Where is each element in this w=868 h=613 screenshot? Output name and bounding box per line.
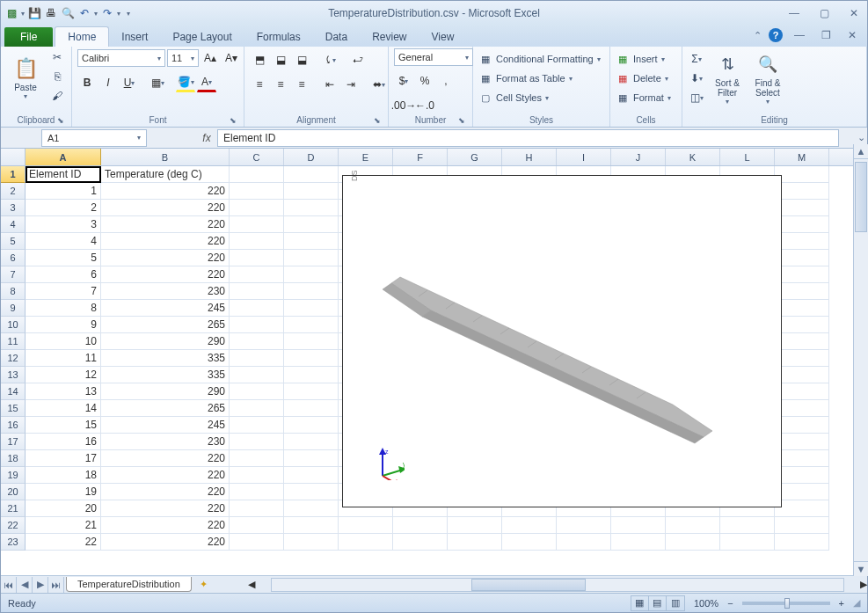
row-header[interactable]: 17 (1, 434, 26, 450)
doc-minimize-icon[interactable]: — (790, 28, 809, 42)
cell[interactable]: 245 (101, 417, 230, 434)
format-painter-icon[interactable]: 🖌 (48, 87, 66, 105)
cell[interactable]: 290 (101, 383, 230, 400)
row-header[interactable]: 10 (1, 317, 26, 333)
sheet-nav-first-icon[interactable]: ⏮ (1, 577, 17, 593)
align-middle-icon[interactable]: ⬓ (271, 50, 290, 69)
cell[interactable] (557, 517, 611, 534)
page-layout-tab[interactable]: Page Layout (160, 27, 244, 47)
cell[interactable] (230, 450, 284, 467)
cell[interactable]: 1 (26, 183, 101, 200)
cell[interactable] (611, 534, 666, 551)
insert-cells-button[interactable]: ▦Insert ▾ (616, 50, 665, 68)
page-break-view-icon[interactable]: ▥ (667, 596, 684, 610)
cell[interactable] (284, 350, 339, 367)
zoom-thumb[interactable] (784, 598, 790, 609)
column-header-h[interactable]: H (502, 149, 557, 165)
cell[interactable] (775, 434, 829, 450)
cell[interactable]: 220 (101, 200, 230, 216)
cell[interactable]: 6 (26, 266, 101, 283)
row-header[interactable]: 14 (1, 383, 26, 400)
cell[interactable]: Temperature (deg C) (101, 166, 230, 183)
border-button[interactable]: ▦▾ (148, 73, 167, 92)
cell[interactable] (284, 383, 339, 400)
formula-bar-expand-icon[interactable]: ⌄ (855, 132, 867, 143)
cell[interactable] (284, 484, 339, 500)
row-header[interactable]: 20 (1, 484, 26, 500)
cell[interactable] (230, 500, 284, 517)
excel-app-icon[interactable]: ▩ (4, 6, 18, 20)
cell[interactable] (284, 500, 339, 517)
row-header[interactable]: 21 (1, 500, 26, 517)
fill-icon[interactable]: ⬇▾ (688, 69, 705, 87)
cell[interactable] (230, 233, 284, 250)
clipboard-launcher-icon[interactable]: ⬊ (57, 116, 64, 125)
cell[interactable] (775, 266, 829, 283)
vscroll-thumb[interactable] (855, 162, 867, 232)
cell[interactable] (230, 484, 284, 500)
select-all-corner[interactable] (1, 149, 26, 165)
normal-view-icon[interactable]: ▦ (631, 596, 649, 610)
font-launcher-icon[interactable]: ⬊ (230, 116, 237, 125)
cell[interactable] (230, 166, 284, 183)
cell[interactable]: 220 (101, 517, 230, 534)
align-right-icon[interactable]: ≡ (292, 75, 311, 94)
clear-icon[interactable]: ◫▾ (688, 89, 705, 106)
row-header[interactable]: 15 (1, 400, 26, 417)
column-header-i[interactable]: I (557, 149, 611, 165)
format-cells-button[interactable]: ▦Format ▾ (616, 89, 671, 106)
cell[interactable] (284, 183, 339, 200)
align-left-icon[interactable]: ≡ (250, 75, 269, 94)
cell[interactable] (230, 400, 284, 417)
maximize-button[interactable]: ▢ (814, 6, 834, 20)
number-format-selector[interactable]: General▾ (394, 48, 473, 66)
cell[interactable] (339, 517, 393, 534)
row-header[interactable]: 9 (1, 300, 26, 317)
cell[interactable]: 5 (26, 250, 101, 266)
paste-button[interactable]: 📋 Paste ▾ (6, 48, 45, 106)
cell[interactable] (230, 434, 284, 450)
cell[interactable]: 8 (26, 300, 101, 317)
page-layout-view-icon[interactable]: ▤ (649, 596, 667, 610)
cell[interactable] (284, 216, 339, 233)
cell[interactable] (775, 467, 829, 484)
cell[interactable]: 18 (26, 467, 101, 484)
hscroll-thumb[interactable] (471, 579, 586, 591)
sheet-nav-last-icon[interactable]: ⏭ (48, 577, 64, 593)
row-header[interactable]: 8 (1, 283, 26, 300)
cell[interactable]: 220 (101, 266, 230, 283)
cell[interactable]: 335 (101, 350, 230, 367)
cell[interactable] (284, 200, 339, 216)
cell[interactable] (230, 383, 284, 400)
zoom-in-icon[interactable]: + (839, 598, 844, 609)
increase-indent-icon[interactable]: ⇥ (341, 75, 361, 94)
cell[interactable] (775, 333, 829, 350)
cell[interactable] (666, 534, 720, 551)
row-header[interactable]: 3 (1, 200, 26, 216)
font-color-button[interactable]: A▾ (197, 73, 216, 92)
column-header-j[interactable]: J (611, 149, 666, 165)
delete-cells-button[interactable]: ▦Delete ▾ (616, 69, 668, 87)
sheet-nav-next-icon[interactable]: ▶ (33, 577, 48, 593)
minimize-button[interactable]: — (784, 6, 804, 20)
cell[interactable] (230, 534, 284, 551)
cell[interactable] (775, 200, 829, 216)
view-tab[interactable]: View (419, 27, 467, 47)
cell[interactable] (775, 317, 829, 333)
cell-styles-button[interactable]: ▢Cell Styles ▾ (478, 89, 549, 106)
cell[interactable]: 230 (101, 434, 230, 450)
column-header-l[interactable]: L (720, 149, 775, 165)
cell[interactable] (230, 250, 284, 266)
row-header[interactable]: 18 (1, 450, 26, 467)
cell[interactable]: 220 (101, 216, 230, 233)
cell[interactable]: Element ID (26, 166, 101, 183)
cell[interactable] (230, 266, 284, 283)
cell[interactable] (230, 300, 284, 317)
zoom-slider[interactable] (742, 602, 830, 605)
cell[interactable] (775, 350, 829, 367)
cell[interactable] (393, 534, 448, 551)
redo-dropdown-icon[interactable]: ▾ (117, 10, 120, 18)
cell[interactable]: 9 (26, 317, 101, 333)
cell[interactable] (775, 166, 829, 183)
row-header[interactable]: 16 (1, 417, 26, 434)
